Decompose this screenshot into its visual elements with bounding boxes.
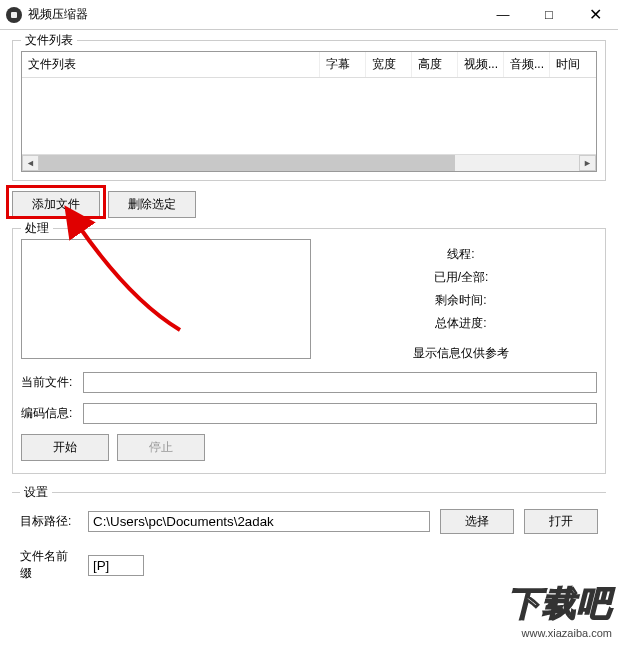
stat-remaining-time: 剩余时间: (325, 289, 597, 312)
processing-group-title: 处理 (21, 220, 53, 237)
col-height[interactable]: 高度 (412, 52, 458, 77)
encode-info-label: 编码信息: (21, 405, 83, 422)
encode-info-field (83, 403, 597, 424)
scroll-thumb[interactable] (39, 155, 455, 171)
filename-prefix-input[interactable] (88, 555, 144, 576)
col-audio[interactable]: 音频... (504, 52, 550, 77)
file-list-body[interactable] (22, 78, 596, 154)
target-path-label: 目标路径: (20, 513, 78, 530)
scroll-right-arrow[interactable]: ► (579, 155, 596, 171)
start-button[interactable]: 开始 (21, 434, 109, 461)
file-list-group: 文件列表 文件列表 字幕 宽度 高度 视频... 音频... 时间 ◄ ► (12, 40, 606, 181)
choose-button[interactable]: 选择 (440, 509, 514, 534)
processing-stats: 线程: 已用/全部: 剩余时间: 总体进度: 显示信息仅供参考 (325, 239, 597, 362)
stop-button[interactable]: 停止 (117, 434, 205, 461)
watermark-sub: www.xiazaiba.com (507, 627, 612, 639)
col-time[interactable]: 时间 (550, 52, 596, 77)
processing-list[interactable] (21, 239, 311, 359)
scroll-left-arrow[interactable]: ◄ (22, 155, 39, 171)
titlebar: 视频压缩器 — □ ✕ (0, 0, 618, 30)
minimize-button[interactable]: — (480, 0, 526, 29)
settings-group-title: 设置 (20, 484, 52, 501)
col-video[interactable]: 视频... (458, 52, 504, 77)
processing-group: 处理 线程: 已用/全部: 剩余时间: 总体进度: 显示信息仅供参考 当前文件:… (12, 228, 606, 474)
maximize-button[interactable]: □ (526, 0, 572, 29)
col-name[interactable]: 文件列表 (22, 52, 320, 77)
file-list-group-title: 文件列表 (21, 32, 77, 49)
current-file-label: 当前文件: (21, 374, 83, 391)
stat-note: 显示信息仅供参考 (325, 345, 597, 362)
add-file-button[interactable]: 添加文件 (12, 191, 100, 218)
filename-prefix-label: 文件名前缀 (20, 548, 78, 582)
current-file-field (83, 372, 597, 393)
watermark-main: 下载吧 (507, 581, 612, 627)
file-list-table[interactable]: 文件列表 字幕 宽度 高度 视频... 音频... 时间 ◄ ► (21, 51, 597, 172)
horizontal-scrollbar[interactable]: ◄ ► (22, 154, 596, 171)
watermark: 下载吧 www.xiazaiba.com (507, 581, 612, 639)
close-button[interactable]: ✕ (572, 0, 618, 29)
file-list-header: 文件列表 字幕 宽度 高度 视频... 音频... 时间 (22, 52, 596, 78)
stat-overall-progress: 总体进度: (325, 312, 597, 335)
delete-selected-button[interactable]: 删除选定 (108, 191, 196, 218)
window-title: 视频压缩器 (28, 6, 480, 23)
stat-used-total: 已用/全部: (325, 266, 597, 289)
window-controls: — □ ✕ (480, 0, 618, 29)
target-path-input[interactable] (88, 511, 430, 532)
col-subtitle[interactable]: 字幕 (320, 52, 366, 77)
app-icon (6, 7, 22, 23)
open-button[interactable]: 打开 (524, 509, 598, 534)
stat-threads: 线程: (325, 243, 597, 266)
col-width[interactable]: 宽度 (366, 52, 412, 77)
scroll-track[interactable] (39, 155, 579, 171)
